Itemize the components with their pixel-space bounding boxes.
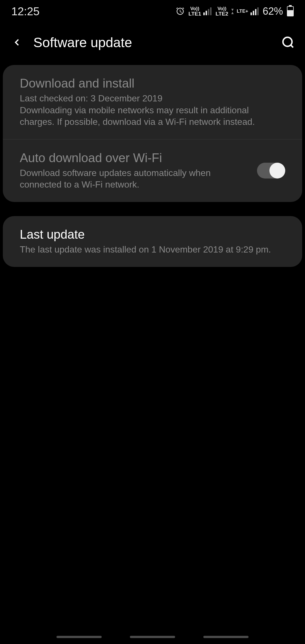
auto-download-title: Auto download over Wi-Fi xyxy=(20,151,249,165)
nav-home[interactable] xyxy=(130,636,175,638)
status-time: 12:25 xyxy=(11,5,40,18)
battery-icon xyxy=(287,6,294,16)
chevron-left-icon xyxy=(11,37,23,48)
svg-line-1 xyxy=(291,45,293,47)
alarm-icon xyxy=(176,7,184,16)
search-icon xyxy=(281,36,295,49)
page-title: Software update xyxy=(33,35,272,50)
last-checked-text: Last checked on: 3 December 2019 xyxy=(20,93,285,105)
last-update-sub: The last update was installed on 1 Novem… xyxy=(20,244,285,256)
back-button[interactable] xyxy=(8,34,25,51)
signal-bars-1 xyxy=(203,7,212,15)
last-update-title: Last update xyxy=(20,227,285,242)
status-icons: Vo)) LTE1 Vo)) LTE2 ▼▲ LTE+ xyxy=(176,5,294,17)
auto-download-sub: Download software updates automatically … xyxy=(20,167,249,191)
app-header: Software update xyxy=(0,23,305,65)
search-button[interactable] xyxy=(280,34,297,51)
auto-download-item[interactable]: Auto download over Wi-Fi Download softwa… xyxy=(3,140,302,202)
battery-percentage: 62% xyxy=(263,5,283,17)
toggle-knob xyxy=(269,163,285,179)
auto-download-toggle[interactable] xyxy=(257,163,285,179)
sim2-indicator: Vo)) LTE2 ▼▲ LTE+ xyxy=(215,6,259,16)
status-bar: 12:25 Vo)) LTE1 Vo)) LTE2 ▼▲ xyxy=(0,0,305,23)
last-update-card: Last update The last update was installe… xyxy=(3,216,302,267)
update-card: Download and install Last checked on: 3 … xyxy=(3,65,302,202)
svg-point-0 xyxy=(283,37,292,46)
sim1-indicator: Vo)) LTE1 xyxy=(188,6,212,16)
data-arrows-icon: ▼▲ xyxy=(230,8,234,14)
navigation-bar xyxy=(0,630,305,644)
download-install-title: Download and install xyxy=(20,76,285,90)
nav-back[interactable] xyxy=(203,636,249,638)
download-install-item[interactable]: Download and install Last checked on: 3 … xyxy=(3,65,302,140)
download-warning-text: Downloading via mobile networks may resu… xyxy=(20,105,285,128)
signal-bars-2 xyxy=(250,7,259,15)
nav-recents[interactable] xyxy=(56,636,102,638)
last-update-item[interactable]: Last update The last update was installe… xyxy=(3,216,302,267)
